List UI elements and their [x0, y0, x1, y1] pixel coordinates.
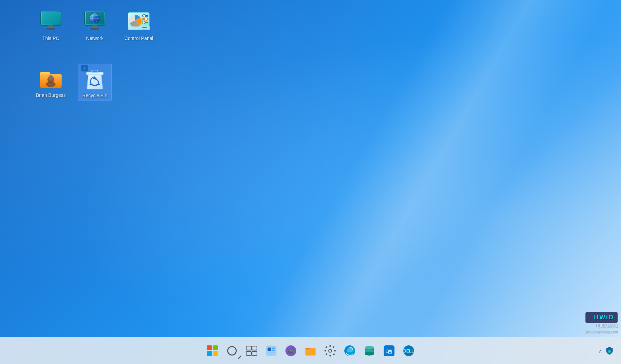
svg-point-60 [365, 349, 374, 352]
svg-rect-3 [46, 28, 55, 30]
search-circle [227, 346, 237, 356]
db-browser-icon [363, 345, 376, 357]
svg-rect-32 [252, 346, 257, 350]
desktop-icon-row-1: This PC [34, 7, 156, 43]
svg-rect-12 [90, 28, 99, 30]
svg-point-16 [143, 15, 146, 17]
windows-logo-icon [207, 345, 218, 356]
edge-icon [344, 345, 356, 357]
recycle-bin-icon-image: ✓ [83, 66, 107, 90]
svg-point-66 [608, 350, 611, 353]
watermark-url: pcxitongcheng.com [585, 329, 618, 334]
svg-rect-40 [267, 354, 273, 355]
show-hidden-icons-button[interactable]: ∧ [599, 348, 602, 354]
security-shield-svg [605, 346, 614, 355]
network-label: Network [86, 35, 103, 41]
recycle-bin-icon[interactable]: ✓ [78, 64, 112, 101]
svg-point-59 [365, 352, 374, 356]
svg-rect-50 [325, 346, 328, 348]
this-pc-svg [39, 10, 63, 31]
svg-rect-37 [272, 347, 275, 349]
svg-point-55 [329, 349, 331, 351]
taskbar-right: ∧ [599, 346, 614, 356]
brian-burgess-icon[interactable]: Brian Burgess [34, 64, 68, 100]
svg-rect-52 [325, 353, 328, 355]
svg-rect-11 [92, 25, 97, 28]
svg-point-18 [145, 18, 148, 21]
hwid-brand: HWiD [585, 312, 618, 323]
svg-point-20 [142, 21, 145, 24]
file-explorer-button[interactable] [301, 342, 320, 360]
settings-icon [324, 345, 336, 357]
watermark-site: 电脑系统城 [585, 323, 618, 329]
svg-rect-39 [267, 352, 275, 353]
svg-rect-22 [142, 27, 147, 28]
svg-rect-23 [142, 29, 146, 29]
control-panel-label: Control Panel [125, 35, 153, 41]
svg-rect-48 [324, 350, 326, 351]
taskbar: 📹 [0, 337, 621, 364]
dell-icon: DELL [403, 345, 415, 357]
desktop-icons-area: This PC [34, 7, 156, 101]
windows-logo-red [207, 345, 212, 350]
svg-rect-51 [333, 353, 335, 356]
svg-rect-1 [42, 12, 60, 24]
windows-logo-green [213, 345, 218, 350]
svg-rect-38 [272, 349, 275, 351]
taskbar-center: 📹 [203, 342, 418, 360]
desktop-icon-row-2: Brian Burgess ✓ [34, 64, 156, 101]
network-icon-image [83, 9, 107, 33]
svg-rect-53 [333, 346, 335, 348]
file-explorer-icon [304, 345, 317, 357]
this-pc-icon-image [39, 9, 63, 33]
windows-logo-yellow [213, 351, 218, 356]
dell-button[interactable]: DELL [400, 342, 418, 360]
svg-rect-34 [252, 351, 257, 356]
brian-burgess-icon-image [39, 66, 63, 90]
this-pc-icon[interactable]: This PC [34, 7, 68, 43]
store-icon: 🛍 [383, 345, 395, 357]
widgets-icon [265, 345, 277, 357]
control-panel-icon[interactable]: Control Panel [122, 7, 156, 43]
task-view-icon [245, 345, 258, 357]
widgets-button[interactable] [262, 342, 280, 360]
teams-button[interactable]: 📹 [282, 342, 300, 360]
svg-point-28 [48, 75, 53, 80]
svg-point-27 [46, 82, 56, 87]
svg-rect-31 [246, 346, 251, 350]
watermark: HWiD 电脑系统城 pcxitongcheng.com [585, 312, 618, 334]
svg-rect-33 [246, 351, 251, 356]
task-view-button[interactable] [242, 342, 261, 360]
svg-rect-49 [334, 350, 336, 351]
svg-rect-44 [305, 348, 310, 349]
svg-rect-2 [48, 25, 53, 28]
svg-text:🛍: 🛍 [386, 347, 392, 355]
control-panel-svg [127, 11, 151, 31]
svg-text:📹: 📹 [287, 348, 294, 354]
start-button[interactable] [203, 342, 221, 360]
edge-button[interactable] [341, 342, 359, 360]
windows-logo-blue [207, 351, 212, 356]
svg-rect-47 [329, 355, 331, 356]
db-browser-button[interactable] [360, 342, 379, 360]
store-button[interactable]: 🛍 [380, 342, 398, 360]
search-button[interactable] [223, 342, 241, 360]
search-handle [238, 355, 241, 359]
selection-checkmark: ✓ [81, 65, 88, 71]
svg-rect-36 [267, 347, 271, 351]
search-icon [227, 345, 237, 356]
shield-icon[interactable] [605, 346, 614, 356]
control-panel-icon-image [127, 9, 151, 33]
svg-rect-46 [329, 345, 331, 347]
teams-icon: 📹 [285, 345, 297, 357]
svg-point-61 [365, 346, 374, 349]
network-svg [83, 10, 107, 31]
folder-svg [39, 67, 63, 88]
this-pc-label: This PC [42, 35, 59, 41]
settings-button[interactable] [321, 342, 339, 360]
recycle-bin-label: Recycle Bin [82, 92, 107, 99]
network-icon[interactable]: Network [78, 7, 112, 43]
desktop: This PC [0, 0, 621, 364]
brian-burgess-label: Brian Burgess [36, 92, 66, 98]
svg-text:DELL: DELL [403, 349, 414, 354]
